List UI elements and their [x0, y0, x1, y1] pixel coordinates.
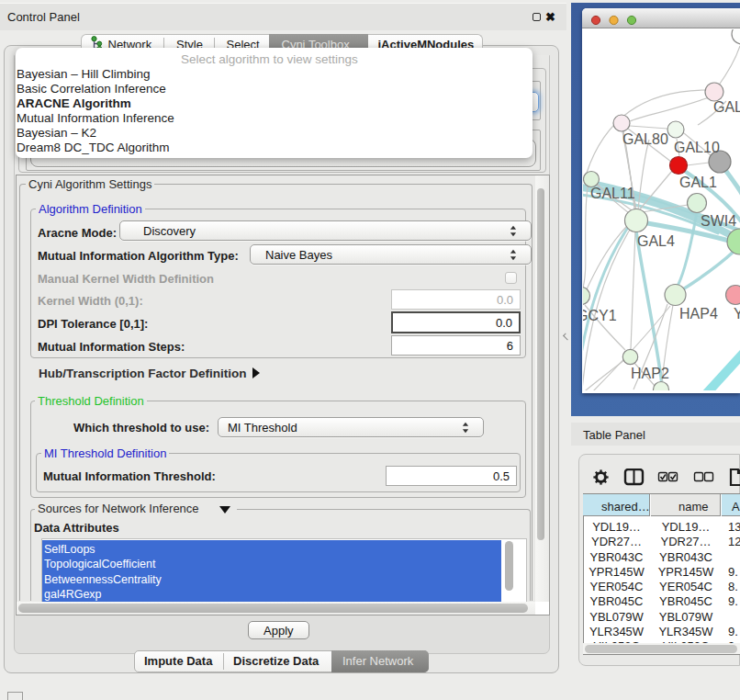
svg-text:HAP2: HAP2	[631, 366, 669, 381]
svg-text:SWI4: SWI4	[701, 213, 736, 229]
svg-text:HAP4: HAP4	[679, 306, 718, 322]
svg-text:GAL10: GAL10	[674, 140, 720, 155]
svg-text:GAL11: GAL11	[590, 186, 635, 201]
svg-text:GAL: GAL	[713, 99, 740, 115]
svg-text:GAL1: GAL1	[679, 175, 717, 190]
svg-text:GAL80: GAL80	[622, 131, 668, 147]
svg-text:Y: Y	[734, 306, 740, 322]
svg-text:GAL4: GAL4	[637, 233, 675, 249]
svg-text:GCY1: GCY1	[583, 308, 617, 323]
